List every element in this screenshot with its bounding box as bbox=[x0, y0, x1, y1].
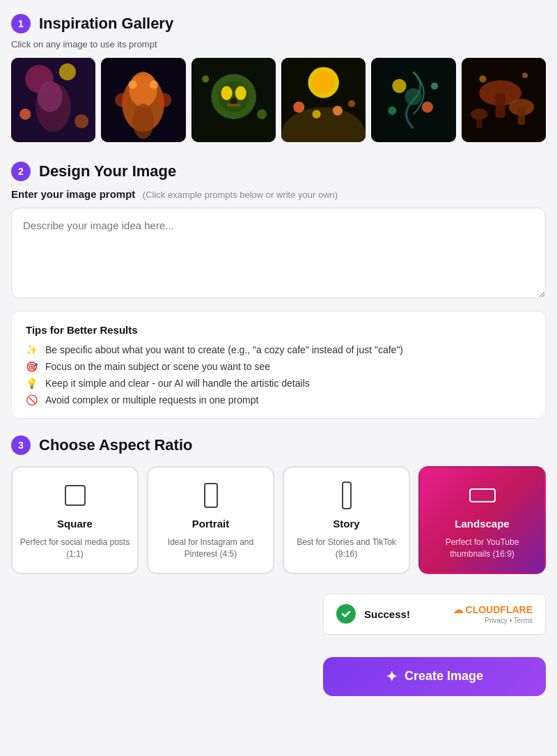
svg-rect-40 bbox=[495, 93, 505, 118]
tips-title: Tips for Better Results bbox=[26, 324, 531, 336]
ratio-card-portrait[interactable]: Portrait Ideal for Instagram and Pintere… bbox=[147, 466, 274, 574]
tip-text-4: Avoid complex or multiple requests in on… bbox=[45, 394, 258, 406]
tip-item: ✨ Be specific about what you want to cre… bbox=[26, 344, 531, 355]
ratio-grid: Square Perfect for social media posts (1… bbox=[11, 466, 546, 574]
svg-point-6 bbox=[37, 81, 62, 111]
success-check-icon bbox=[336, 604, 356, 624]
svg-point-18 bbox=[221, 86, 232, 100]
prompt-input[interactable] bbox=[11, 208, 546, 298]
cloudflare-success-widget: Success! ☁ CLOUDFLARE Privacy • Terms bbox=[323, 594, 546, 635]
svg-point-28 bbox=[293, 102, 304, 113]
svg-point-11 bbox=[150, 80, 158, 88]
cloudflare-links: Privacy • Terms bbox=[485, 617, 533, 624]
svg-point-30 bbox=[333, 106, 343, 116]
square-icon bbox=[60, 480, 91, 511]
wand-icon: ✦ bbox=[386, 668, 398, 685]
svg-rect-44 bbox=[476, 114, 482, 128]
tip-text-2: Focus on the main subject or scene you w… bbox=[45, 361, 270, 372]
ratio-card-landscape[interactable]: Landscape Perfect for YouTube thumbnails… bbox=[418, 466, 546, 574]
ratio-name-story: Story bbox=[333, 518, 359, 530]
tip-emoji-4: 🚫 bbox=[26, 394, 40, 406]
svg-point-37 bbox=[405, 88, 422, 105]
portrait-icon bbox=[196, 480, 226, 511]
svg-point-9 bbox=[130, 72, 157, 107]
story-icon bbox=[331, 480, 362, 511]
create-image-label: Create Image bbox=[405, 669, 483, 684]
gallery-thumb-1 bbox=[11, 58, 95, 142]
tip-item: 💡 Keep it simple and clear - our AI will… bbox=[26, 378, 531, 389]
svg-point-22 bbox=[202, 75, 209, 82]
ratio-desc-landscape: Perfect for YouTube thumbnails (16:9) bbox=[427, 537, 538, 560]
bottom-area: Success! ☁ CLOUDFLARE Privacy • Terms ✦ … bbox=[11, 594, 546, 696]
ratio-desc-square: Perfect for social media posts (1:1) bbox=[19, 537, 130, 560]
gallery-thumb-4 bbox=[281, 58, 366, 142]
success-text: Success! bbox=[364, 608, 445, 620]
svg-rect-42 bbox=[518, 107, 525, 125]
svg-point-19 bbox=[235, 86, 246, 100]
ratio-card-square[interactable]: Square Perfect for social media posts (1… bbox=[11, 466, 139, 574]
tip-text-1: Be specific about what you want to creat… bbox=[45, 344, 403, 355]
gallery-thumb-5 bbox=[371, 58, 455, 142]
svg-point-36 bbox=[431, 82, 438, 89]
gallery-item[interactable] bbox=[371, 58, 455, 142]
gallery-item[interactable] bbox=[462, 58, 546, 142]
ratio-desc-story: Best for Stories and TikTok (9:16) bbox=[291, 537, 402, 560]
gallery-item[interactable] bbox=[101, 58, 185, 142]
cloudflare-logo: ☁ CLOUDFLARE Privacy • Terms bbox=[453, 604, 533, 624]
tips-list: ✨ Be specific about what you want to cre… bbox=[26, 344, 531, 406]
gallery-grid bbox=[11, 58, 546, 142]
svg-rect-50 bbox=[470, 489, 495, 502]
svg-point-4 bbox=[19, 109, 31, 120]
tips-box: Tips for Better Results ✨ Be specific ab… bbox=[11, 311, 546, 419]
svg-point-29 bbox=[312, 110, 320, 118]
gallery-thumb-6 bbox=[462, 58, 546, 142]
ratio-desc-portrait: Ideal for Instagram and Pinterest (4:5) bbox=[155, 537, 266, 560]
svg-point-14 bbox=[157, 93, 171, 107]
prompt-label: Enter your image prompt (Click example p… bbox=[11, 188, 338, 200]
ratio-title: Choose Aspect Ratio bbox=[39, 436, 192, 454]
tip-text-3: Keep it simple and clear - our AI will h… bbox=[45, 378, 310, 389]
tip-item: 🎯 Focus on the main subject or scene you… bbox=[26, 361, 531, 372]
svg-point-46 bbox=[522, 72, 528, 78]
tip-emoji-1: ✨ bbox=[26, 344, 40, 355]
svg-point-5 bbox=[74, 114, 88, 128]
ratio-name-square: Square bbox=[57, 518, 93, 530]
svg-point-33 bbox=[393, 79, 407, 93]
aspect-ratio-section: 3 Choose Aspect Ratio Square Perfect for… bbox=[11, 435, 546, 574]
svg-point-45 bbox=[479, 75, 486, 82]
svg-point-34 bbox=[422, 102, 433, 113]
svg-point-27 bbox=[312, 71, 334, 93]
gallery-item[interactable] bbox=[191, 58, 276, 142]
landscape-icon bbox=[467, 480, 498, 511]
ratio-section-header: 3 Choose Aspect Ratio bbox=[11, 435, 546, 455]
svg-point-3 bbox=[59, 63, 76, 80]
ratio-name-landscape: Landscape bbox=[455, 518, 509, 530]
inspiration-gallery-section: 1 Inspiration Gallery Click on any image… bbox=[11, 14, 546, 142]
prompt-area: Enter your image prompt (Click example p… bbox=[11, 188, 546, 301]
svg-rect-49 bbox=[343, 482, 351, 509]
svg-point-12 bbox=[133, 104, 154, 139]
create-image-button[interactable]: ✦ Create Image bbox=[323, 657, 546, 696]
design-section: 2 Design Your Image Enter your image pro… bbox=[11, 162, 546, 419]
svg-point-35 bbox=[389, 107, 397, 115]
svg-point-31 bbox=[348, 100, 355, 107]
svg-point-10 bbox=[129, 80, 137, 88]
gallery-item[interactable] bbox=[281, 58, 366, 142]
gallery-title: Inspiration Gallery bbox=[39, 15, 173, 33]
cloudflare-logo-icon: ☁ CLOUDFLARE bbox=[453, 604, 533, 615]
tip-emoji-2: 🎯 bbox=[26, 361, 40, 372]
design-title: Design Your Image bbox=[39, 162, 176, 180]
step-3-badge: 3 bbox=[11, 435, 31, 455]
svg-rect-47 bbox=[65, 486, 85, 505]
step-1-badge: 1 bbox=[11, 14, 31, 33]
gallery-item[interactable] bbox=[11, 58, 95, 142]
svg-point-23 bbox=[257, 109, 267, 119]
ratio-card-story[interactable]: Story Best for Stories and TikTok (9:16) bbox=[283, 466, 410, 574]
tip-item: 🚫 Avoid complex or multiple requests in … bbox=[26, 394, 531, 406]
gallery-thumb-3 bbox=[191, 58, 276, 142]
design-section-header: 2 Design Your Image bbox=[11, 162, 546, 181]
svg-rect-21 bbox=[226, 104, 240, 107]
gallery-section-header: 1 Inspiration Gallery bbox=[11, 14, 546, 33]
step-2-badge: 2 bbox=[11, 162, 31, 181]
tip-emoji-3: 💡 bbox=[26, 378, 40, 389]
